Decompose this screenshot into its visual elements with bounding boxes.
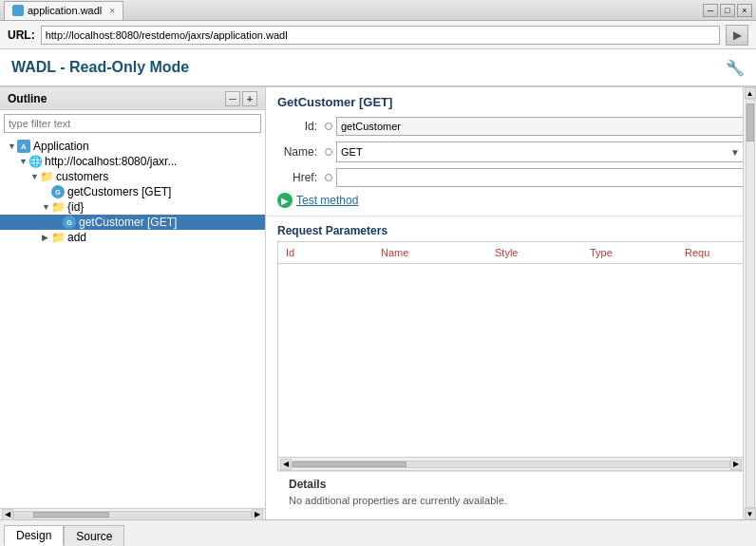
name-label: Name:: [277, 145, 325, 159]
main-content: Outline ─ + ▼ A Application ▼ 🌐 http://l…: [0, 87, 756, 519]
details-text: No additional properties are currently a…: [289, 495, 733, 506]
name-bullet: [325, 148, 332, 156]
tree-label-getcustomers: getCustomers [GET]: [67, 185, 171, 198]
outline-minimize-button[interactable]: ─: [225, 91, 240, 106]
params-table-body: [278, 264, 744, 457]
tree-item-add[interactable]: ▶ 📁 add: [0, 230, 265, 245]
tab-source-label: Source: [76, 530, 112, 543]
tree-item-id[interactable]: ▼ 📁 {id}: [0, 199, 265, 215]
params-table-header: Id Name Style Type Requ: [278, 242, 744, 264]
tree-area: ▼ A Application ▼ 🌐 http://localhost:808…: [0, 137, 265, 508]
tree-label-url: http://localhost:8080/jaxr...: [45, 155, 177, 168]
test-method-row: ▶ Test method: [277, 193, 745, 208]
col-header-id: Id: [278, 245, 373, 260]
tree-item-url[interactable]: ▼ 🌐 http://localhost:8080/jaxr...: [0, 154, 265, 169]
params-section: Request Parameters Id Name Style Type Re…: [266, 217, 756, 519]
get-icon-getcustomers: G: [51, 185, 65, 198]
tab-close-button[interactable]: ×: [109, 6, 115, 16]
col-header-style: Style: [487, 245, 582, 260]
tree-toggle-getcustomers: [42, 187, 51, 197]
tree-toggle-getcustomer: [53, 217, 63, 227]
outline-header: Outline ─ +: [0, 87, 265, 110]
tree-toggle-application: ▼: [8, 141, 17, 151]
scroll-left-arrow[interactable]: ◀: [2, 509, 13, 520]
filter-input[interactable]: [4, 114, 261, 133]
details-title: Details: [289, 478, 733, 491]
outline-title: Outline: [8, 92, 47, 105]
right-panel: GetCustomer [GET] Id: Name: GET ▼ Href:: [266, 87, 756, 519]
tree-toggle-url: ▼: [19, 157, 28, 166]
col-header-name: Name: [373, 245, 487, 260]
id-bullet: [325, 122, 332, 130]
scroll-up-arrow[interactable]: ▲: [745, 87, 756, 99]
tab-design-label: Design: [16, 529, 51, 542]
window-controls: ─ □ ×: [703, 4, 752, 17]
url-input[interactable]: [41, 26, 720, 45]
settings-icon[interactable]: 🔧: [726, 59, 745, 77]
application-icon: A: [17, 140, 30, 153]
title-bar: application.wadl × ─ □ ×: [0, 0, 756, 21]
title-tab[interactable]: application.wadl ×: [4, 1, 123, 20]
tree-item-customers[interactable]: ▼ 📁 customers: [0, 169, 265, 184]
url-go-button[interactable]: ▶: [726, 25, 748, 46]
go-icon: ▶: [733, 28, 742, 42]
name-select-value: GET: [341, 146, 363, 158]
v-scroll-thumb[interactable]: [747, 104, 754, 141]
col-header-type: Type: [582, 245, 677, 260]
params-section-title: Request Parameters: [277, 224, 745, 237]
wadl-file-icon: [12, 5, 24, 16]
tree-item-getcustomers[interactable]: G getCustomers [GET]: [0, 184, 265, 199]
tree-toggle-add: ▶: [42, 233, 51, 242]
page-title: WADL - Read-Only Mode: [11, 59, 189, 76]
params-scroll-thumb[interactable]: [293, 461, 406, 467]
test-method-link[interactable]: Test method: [296, 194, 358, 207]
outline-maximize-button[interactable]: +: [242, 91, 257, 106]
href-bullet: [325, 174, 332, 181]
details-subsection: Details No additional properties are cur…: [277, 471, 745, 512]
scroll-down-arrow[interactable]: ▼: [745, 508, 756, 519]
detail-section: GetCustomer [GET] Id: Name: GET ▼ Href:: [266, 87, 756, 217]
name-select[interactable]: GET ▼: [336, 141, 745, 162]
tree-label-add: add: [67, 231, 86, 244]
params-scroll-left[interactable]: ◀: [280, 459, 292, 470]
id-label: Id:: [277, 120, 325, 133]
folder-icon-customers: 📁: [40, 170, 53, 183]
name-row: Name: GET ▼: [277, 141, 745, 162]
params-table: Id Name Style Type Requ ◀ ▶: [277, 241, 745, 471]
outline-buttons: ─ +: [225, 91, 257, 106]
outline-horizontal-scrollbar[interactable]: ◀ ▶: [0, 508, 265, 519]
minimize-button[interactable]: ─: [703, 4, 718, 17]
tree-item-getcustomer[interactable]: G getCustomer [GET]: [0, 215, 265, 230]
title-tab-label: application.wadl: [28, 5, 102, 16]
select-dropdown-icon: ▼: [730, 147, 740, 158]
id-input[interactable]: [336, 117, 745, 136]
params-scroll-track[interactable]: [292, 461, 730, 468]
tab-design[interactable]: Design: [4, 525, 64, 546]
outline-panel: Outline ─ + ▼ A Application ▼ 🌐 http://l…: [0, 87, 266, 519]
test-method-icon: ▶: [277, 193, 293, 208]
params-scroll-right[interactable]: ▶: [730, 459, 742, 470]
params-horizontal-scrollbar[interactable]: ◀ ▶: [278, 457, 744, 470]
tree-toggle-id: ▼: [42, 202, 51, 212]
scroll-right-arrow[interactable]: ▶: [252, 509, 263, 520]
right-vertical-scrollbar[interactable]: ▲ ▼: [743, 87, 756, 519]
tab-source[interactable]: Source: [64, 525, 124, 546]
tree-toggle-customers: ▼: [30, 172, 40, 181]
page-header: WADL - Read-Only Mode 🔧: [0, 49, 756, 87]
id-row: Id:: [277, 117, 745, 136]
h-scroll-track[interactable]: [13, 511, 252, 518]
maximize-button[interactable]: □: [720, 4, 735, 17]
v-scroll-track[interactable]: [746, 99, 755, 508]
tree-item-application[interactable]: ▼ A Application: [0, 139, 265, 154]
url-bar: URL: ▶: [0, 21, 756, 49]
close-window-button[interactable]: ×: [737, 4, 752, 17]
tree-label-id: {id}: [67, 200, 84, 214]
href-row: Href:: [277, 168, 745, 187]
href-input[interactable]: [336, 168, 745, 187]
detail-section-title: GetCustomer [GET]: [277, 95, 745, 109]
bottom-tabs: Design Source: [0, 519, 756, 546]
h-scroll-thumb[interactable]: [33, 512, 109, 518]
get-icon-getcustomer: G: [63, 216, 76, 229]
globe-icon: 🌐: [28, 155, 42, 168]
folder-icon-id: 📁: [51, 200, 65, 214]
